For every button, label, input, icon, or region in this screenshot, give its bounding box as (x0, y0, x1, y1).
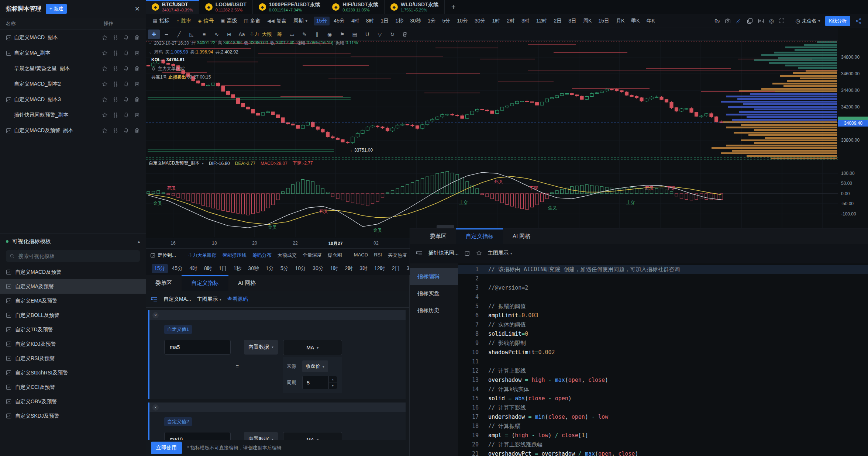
script-row[interactable]: 早晨之星/黄昏之星_副本 (0, 61, 146, 76)
layout-select[interactable]: ◷ 未命名▾ (795, 18, 820, 24)
draw-tool-magnet-icon[interactable]: U (361, 30, 373, 39)
chevron-up-icon[interactable]: ▴ (138, 239, 140, 244)
draw-tool-hline-icon[interactable]: ━ (161, 30, 172, 39)
close-icon[interactable]: × (152, 312, 159, 318)
template-search-input[interactable] (18, 253, 123, 259)
close-icon[interactable]: × (152, 404, 159, 411)
toolbar-item-胜率[interactable]: ◔胜率 (176, 18, 191, 24)
alert-icon[interactable] (123, 35, 129, 41)
favorite-icon[interactable] (102, 35, 108, 41)
delete-icon[interactable] (134, 112, 140, 118)
alert-icon[interactable] (123, 112, 129, 118)
variable-name-input[interactable] (164, 432, 231, 440)
draw-tool-pen-icon[interactable]: ✎ (299, 30, 310, 39)
draw-tool-triangle-icon[interactable]: ◺ (186, 30, 197, 39)
delete-icon[interactable] (134, 128, 140, 134)
toolbar-item-高级[interactable]: ▣高级 (220, 18, 237, 24)
star-icon[interactable] (476, 250, 482, 256)
draw-tool-note-icon[interactable]: ▤ (349, 30, 361, 39)
period-1分[interactable]: 1分 (425, 17, 438, 25)
draw-tool-筹-icon[interactable]: 筹 (273, 30, 285, 39)
display-mode-select[interactable]: 主图展示▾ (488, 250, 512, 256)
alert-icon[interactable] (123, 66, 129, 72)
template-row[interactable]: 自定义TD及预警 (0, 322, 146, 337)
link-买卖热度[interactable]: 买卖热度 (388, 252, 407, 259)
function-select[interactable]: MA▾ (283, 432, 342, 440)
draw-tool-rect-plus-icon[interactable]: ⊞ (223, 30, 235, 39)
kline-analysis-button[interactable]: K线分析 (825, 16, 850, 26)
period-2日[interactable]: 2日 (551, 17, 564, 25)
draw-tool-filter-icon[interactable]: ▽ (374, 30, 386, 39)
symbol-tab-loom-usdt[interactable]: ◆LOOM/USDT0.11282 2.56% (199, 0, 253, 14)
template-row[interactable]: 自定义RSI及预警 (0, 351, 146, 366)
draw-tool-大额-icon[interactable]: 大额 (261, 30, 273, 39)
apply-chart-icon[interactable] (113, 50, 118, 56)
function-select[interactable]: MA▾ (283, 340, 342, 355)
sub-period-3日[interactable]: 3日 (404, 264, 410, 273)
period-stepper[interactable]: 5▲▼ (302, 376, 337, 389)
link-全量深度[interactable]: 全量深度 (303, 252, 322, 259)
sub-period-4时[interactable]: 4时 (187, 264, 200, 273)
draw-tool-trash-icon[interactable] (399, 30, 411, 39)
link-主力大单跟踪[interactable]: 主力大单跟踪 (188, 252, 217, 259)
template-row[interactable]: 自定义CCI及预警 (0, 380, 146, 394)
favorite-icon[interactable] (102, 50, 108, 56)
symbol-tab-hifi-usdt-[interactable]: ◆HIFI/USDT永续0.6230 11.05% (326, 0, 384, 14)
add-tab-button[interactable]: + (445, 0, 462, 14)
link-RSI[interactable]: RSI (374, 252, 382, 259)
sub-period-2时[interactable]: 2时 (342, 264, 355, 273)
nav-指标实盘[interactable]: 指标实盘 (410, 285, 458, 302)
close-icon[interactable]: ✕ (135, 5, 140, 13)
script-row[interactable]: 自定义MACD_副本3 (0, 92, 146, 107)
use-now-button[interactable]: 立即使用 (151, 442, 182, 454)
sub-period-30秒[interactable]: 30秒 (245, 264, 262, 273)
template-row[interactable]: 自定义MACD及预警 (0, 265, 146, 279)
sub-period-3时[interactable]: 3时 (357, 264, 370, 273)
indent-list-icon[interactable] (416, 250, 423, 256)
apply-chart-icon[interactable] (113, 81, 118, 87)
delete-icon[interactable] (134, 50, 140, 56)
draw-tool-refresh-icon[interactable]: ↻ (386, 30, 398, 39)
step-down-icon[interactable]: ▼ (329, 383, 337, 389)
symbol-tab-btc-usdt[interactable]: ◆BTC/USDT34017.40 -0.39% (146, 0, 199, 14)
tab-custom-indicator[interactable]: 自定义指标 (456, 228, 503, 244)
period-15日[interactable]: 15日 (596, 17, 612, 25)
period-10分[interactable]: 10分 (454, 17, 471, 25)
code-editor[interactable]: 1// 该指标由 AICOIN研究院 创建，如遇任何使用问题，可加入指标社群咨询… (458, 263, 868, 456)
period-年K[interactable]: 年K (644, 17, 658, 25)
apply-chart-icon[interactable] (113, 112, 118, 118)
period-季K[interactable]: 季K (628, 17, 642, 25)
link-爆仓图[interactable]: 爆仓图 (328, 252, 342, 259)
period-周K[interactable]: 周K (581, 17, 594, 25)
sub-period-8时[interactable]: 8时 (202, 264, 215, 273)
sub-period-5分[interactable]: 5分 (278, 264, 291, 273)
period-4时[interactable]: 4时 (349, 17, 362, 25)
template-row[interactable]: 自定义KDJ及预警 (0, 337, 146, 351)
sub-period-2日[interactable]: 2日 (389, 264, 403, 273)
variable-name-input[interactable] (164, 340, 231, 355)
draw-tool-lock-icon[interactable]: ◉ (324, 30, 335, 39)
toolbar-item-周期[interactable]: 周期▾ (293, 18, 307, 24)
favorite-icon[interactable] (102, 128, 108, 134)
draw-tool-wave-icon[interactable]: ∿ (211, 30, 223, 39)
delete-icon[interactable] (134, 66, 140, 72)
draw-pen-icon[interactable] (736, 18, 742, 24)
symbol-tab-1000pepe-usdt-[interactable]: ◆1000PEPE/USDT永续0.0011914 -7.34% (253, 0, 327, 14)
template-row[interactable]: 自定义StochRSI及预警 (0, 366, 146, 380)
camera-icon[interactable] (725, 18, 731, 24)
sub-period-1秒[interactable]: 1秒 (231, 264, 244, 273)
panel-drag-handle[interactable] (437, 225, 454, 228)
price-axis[interactable]: 34800.0034600.0034400.0034200.0033800.00… (838, 28, 868, 238)
draw-tool-主力-icon[interactable]: 主力 (248, 30, 260, 39)
indicator-name[interactable]: 插针快讯同... (428, 250, 459, 256)
toolbar-item-复盘[interactable]: ◀◀复盘 (267, 18, 287, 24)
edit-icon[interactable] (465, 251, 470, 256)
period-45分[interactable]: 45分 (331, 17, 347, 25)
locate-button[interactable]: 定位到... (150, 252, 176, 259)
target-icon[interactable]: ◎ (769, 18, 774, 24)
favorite-icon[interactable] (102, 112, 108, 118)
delete-icon[interactable] (134, 97, 140, 103)
draw-tool-pattern-icon[interactable]: ∥ (311, 30, 323, 39)
period-12时[interactable]: 12时 (534, 17, 550, 25)
draw-tool-parallel-icon[interactable]: ≡ (198, 30, 210, 39)
